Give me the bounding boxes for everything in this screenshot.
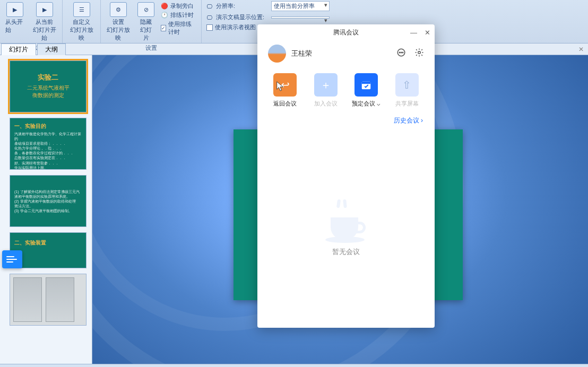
cup-icon (325, 203, 367, 240)
chevron-down-icon: ⌵ (377, 100, 381, 107)
meeting-title-text: 腾讯会议 (333, 28, 359, 37)
minimize-button[interactable]: — (410, 29, 417, 37)
label: 隐藏 幻灯片 (137, 18, 154, 42)
close-button[interactable]: ✕ (425, 29, 430, 37)
action-buttons: ↩ 返回会议 ＋ 加入会议 预定会议 ⌵ ⇧ 共享屏幕 (257, 67, 435, 110)
play-icon: ▶ (6, 2, 23, 17)
custom-slideshow-button[interactable]: ☰ 自定义 幻灯片放映 (65, 1, 98, 43)
join-meeting-button[interactable]: ＋ 加入会议 (309, 73, 343, 108)
settings-icon[interactable] (414, 48, 424, 59)
resolution-dropdown[interactable]: 使用当前分辨率 (271, 1, 330, 11)
return-icon: ↩ (273, 73, 297, 97)
tab-outline[interactable]: 大纲 (37, 43, 66, 55)
resolution-row: 🖵 分辨率: 使用当前分辨率 (206, 1, 330, 11)
share-icon: ⇧ (395, 73, 419, 97)
svg-point-2 (401, 52, 402, 53)
checkbox-icon: ✓ (161, 25, 166, 31)
from-current-button[interactable]: ▶ 从当前 幻灯片开始 (29, 1, 60, 43)
chat-icon[interactable] (396, 48, 406, 59)
rehearse-timings-button[interactable]: 🕐排练计时 (161, 11, 197, 19)
monitor-icon: 🖵 (206, 14, 214, 21)
use-rehearsed-checkbox[interactable]: ✓使用排练计时 (161, 20, 197, 36)
username: 王桂荣 (291, 49, 391, 58)
plus-icon: ＋ (314, 73, 338, 97)
slide-thumbnail-5[interactable]: 5 (10, 274, 87, 326)
label: 从头开始 (5, 18, 25, 34)
custom-show-icon: ☰ (73, 2, 90, 17)
history-link[interactable]: 历史会议 › (257, 110, 435, 132)
display-dropdown[interactable] (271, 16, 330, 19)
calendar-icon (354, 73, 378, 97)
equipment-photo (13, 277, 42, 322)
share-screen-button[interactable]: ⇧ 共享屏幕 (390, 73, 424, 108)
close-pane-button[interactable]: ✕ (578, 46, 584, 53)
record-narration-button[interactable]: 🔴录制旁白 (161, 2, 197, 10)
svg-rect-6 (362, 82, 371, 84)
cursor-icon (275, 81, 285, 92)
svg-point-3 (402, 52, 403, 53)
from-beginning-button[interactable]: ▶ 从头开始 (2, 1, 28, 35)
slide-thumbnail-1[interactable]: 1 实验二 二元系统气液相平 衡数据的测定 (10, 60, 87, 112)
clock-icon: 🕐 (161, 12, 168, 19)
monitor-icon: 🖵 (206, 3, 214, 10)
avatar[interactable] (268, 45, 286, 63)
play-current-icon: ▶ (36, 2, 53, 17)
tencent-meeting-window: 腾讯会议 — ✕ 王桂荣 ↩ 返回会议 ＋ 加入会议 预定会议 ⌵ ⇧ (257, 24, 435, 328)
record-icon: 🔴 (161, 3, 168, 10)
label: 自定义 幻灯片放映 (68, 18, 95, 42)
empty-state: 暂无会议 (257, 132, 435, 328)
chevron-right-icon: › (421, 117, 423, 124)
svg-point-4 (418, 51, 421, 54)
setup-slideshow-button[interactable]: ⚙ 设置 幻灯片放映 (103, 1, 133, 43)
schedule-meeting-button[interactable]: 预定会议 ⌵ (349, 73, 383, 108)
svg-point-1 (399, 52, 400, 53)
group-label: 设置 (103, 43, 199, 53)
slide-thumbnail-2[interactable]: 2 一、实验目的 汽液相平衡是化学热力学、化学工程计算的 基础项目要求是取得；．… (10, 118, 87, 170)
tab-slides[interactable]: 幻灯片 (1, 43, 36, 55)
label: 从当前 幻灯片开始 (32, 18, 57, 42)
equipment-photo (46, 277, 74, 322)
hide-slide-button[interactable]: ⊘ 隐藏 幻灯片 (134, 1, 158, 43)
meeting-titlebar[interactable]: 腾讯会议 — ✕ (257, 24, 435, 40)
label: 设置 幻灯片放映 (106, 18, 130, 42)
checkbox-icon (206, 24, 213, 31)
setup-icon: ⚙ (110, 2, 127, 17)
user-row: 王桂荣 (257, 40, 435, 67)
display-row: 🖵 演示文稿显示位置: (206, 13, 330, 21)
return-meeting-button[interactable]: ↩ 返回会议 (268, 73, 302, 108)
outline-float-button[interactable] (2, 250, 22, 268)
slide-thumbnail-3[interactable]: 3 (1) 了解紫外结构得法测定常沸级三元汽 液相平衡数据的实验原理和系统。 (… (10, 175, 87, 227)
empty-text: 暂无会议 (332, 247, 360, 257)
hide-icon: ⊘ (137, 2, 154, 17)
thumbnail-pane[interactable]: 1 实验二 二元系统气液相平 衡数据的测定 2 一、实验目的 汽液相平衡是化学热… (0, 55, 92, 367)
status-bar (0, 364, 588, 367)
